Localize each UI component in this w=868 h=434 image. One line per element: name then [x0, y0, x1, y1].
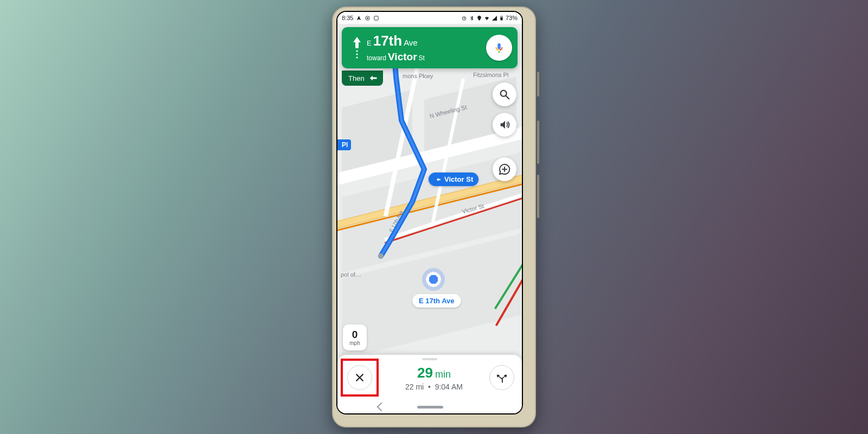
alarm-icon: [461, 15, 467, 21]
phone-screen: Fitzsimons Pl mons Pkwy N Wheeling St Vi…: [336, 11, 523, 414]
highlight-annotation: [341, 359, 379, 397]
svg-rect-6: [501, 17, 502, 20]
status-time: 8:35: [342, 15, 353, 21]
signal-icon: [492, 15, 497, 21]
bluetooth-icon: [469, 15, 475, 21]
speaker-icon: [499, 119, 510, 131]
app-icon: [365, 15, 371, 21]
speed-indicator: 0 mph: [343, 324, 367, 350]
svg-rect-7: [501, 16, 502, 16]
alternate-routes-button[interactable]: [489, 365, 514, 390]
wifi-icon: [484, 15, 490, 21]
status-battery: 73%: [506, 15, 518, 21]
turn-left-icon: [368, 73, 378, 83]
navigation-direction-card[interactable]: E 17th Ave toward Victor St: [342, 27, 518, 68]
app-icon: [373, 15, 379, 21]
location-icon: [476, 15, 482, 21]
street-chip-pl: Pl: [337, 139, 351, 150]
route-fork-icon: [496, 372, 508, 384]
nav-indicator-icon: [356, 15, 362, 21]
current-location-dot: [422, 268, 445, 291]
svg-point-10: [356, 56, 358, 58]
search-icon: [499, 88, 510, 100]
street-chip-victor[interactable]: Victor St: [429, 173, 478, 186]
svg-point-9: [356, 53, 358, 55]
trip-bottom-sheet[interactable]: 29min 22 mi • 9:04 AM: [337, 355, 522, 400]
drag-handle[interactable]: [422, 358, 437, 360]
battery-icon: [499, 15, 504, 21]
svg-line-12: [506, 96, 509, 99]
microphone-icon: [493, 42, 505, 54]
next-step-chip[interactable]: Then: [342, 71, 383, 86]
svg-rect-3: [374, 16, 378, 20]
svg-point-2: [367, 17, 369, 19]
home-pill[interactable]: [417, 406, 443, 409]
close-icon: [354, 372, 365, 383]
svg-point-0: [378, 253, 384, 259]
report-icon: [498, 163, 511, 176]
eta-summary: 29min 22 mi • 9:04 AM: [379, 365, 489, 391]
straight-arrow-icon: [350, 35, 363, 61]
back-button[interactable]: [377, 403, 386, 412]
voice-search-button[interactable]: [486, 35, 512, 61]
system-nav-bar: [337, 400, 522, 413]
search-button[interactable]: [493, 82, 516, 106]
turn-left-icon: [434, 176, 442, 183]
current-road-label: E 17th Ave: [412, 294, 461, 308]
direction-text: E 17th Ave toward Victor St: [367, 32, 486, 63]
end-navigation-button[interactable]: [347, 365, 372, 390]
svg-point-8: [356, 50, 358, 52]
report-button[interactable]: [493, 157, 516, 181]
status-bar: 8:35 73%: [337, 12, 522, 24]
sound-button[interactable]: [493, 113, 516, 137]
phone-frame: Fitzsimons Pl mons Pkwy N Wheeling St Vi…: [332, 7, 536, 427]
